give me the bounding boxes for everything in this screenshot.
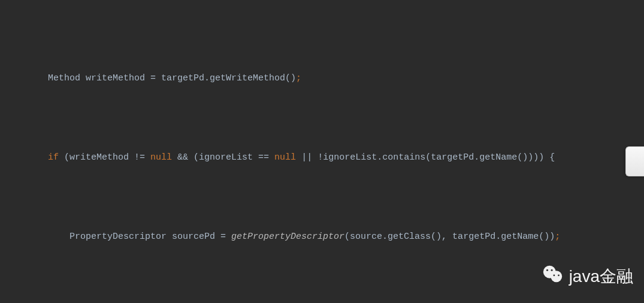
code-editor[interactable]: Method writeMethod = targetPd.getWriteMe… <box>0 0 644 303</box>
code-text: PropertyDescriptor sourcePd = <box>69 232 231 242</box>
code-text: (source.getClass(), targetPd.getName()) <box>344 232 555 242</box>
keyword-null: null <box>150 152 172 163</box>
code-text: && (ignoreList == <box>172 152 274 163</box>
side-tab-button[interactable] <box>625 146 644 176</box>
semicolon: ; <box>296 73 301 83</box>
semicolon: ; <box>555 232 560 242</box>
code-text: || !ignoreList.contains(targetPd.getName… <box>296 152 555 163</box>
keyword-null: null <box>274 152 296 163</box>
code-text: Method writeMethod = targetPd.getWriteMe… <box>48 73 296 83</box>
keyword-if: if <box>48 152 59 163</box>
code-text: (writeMethod != <box>59 152 150 163</box>
static-method: getPropertyDescriptor <box>231 232 344 242</box>
